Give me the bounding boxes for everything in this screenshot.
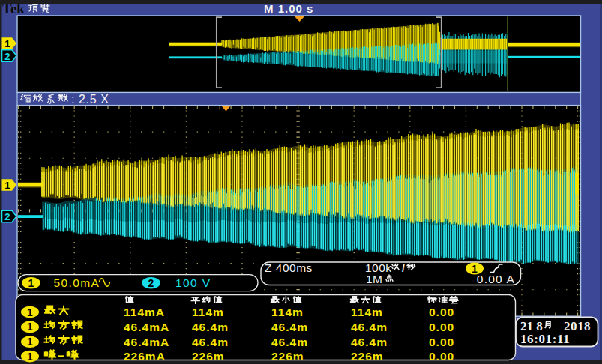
svg-text:Z 400ms: Z 400ms: [265, 261, 313, 274]
svg-text:2: 2: [4, 211, 10, 222]
svg-text:226mA: 226mA: [124, 350, 166, 363]
svg-text:Tek: Tek: [2, 1, 25, 16]
svg-text:1: 1: [27, 321, 33, 333]
svg-text:46.4m: 46.4m: [351, 336, 388, 348]
svg-text:: 2.5 X: : 2.5 X: [71, 93, 109, 106]
svg-text:0.00: 0.00: [429, 306, 454, 318]
svg-text:226m: 226m: [351, 350, 384, 363]
svg-text:100 V: 100 V: [175, 276, 211, 289]
svg-text:0.00 A: 0.00 A: [477, 273, 515, 285]
svg-text:0.00: 0.00: [429, 321, 454, 333]
svg-text:46.4m: 46.4m: [192, 321, 229, 333]
svg-text:1: 1: [4, 38, 10, 49]
svg-text:2: 2: [4, 51, 10, 62]
svg-text:16:01:11: 16:01:11: [520, 332, 570, 346]
svg-text:226m: 226m: [271, 350, 304, 363]
svg-text:1: 1: [27, 306, 33, 318]
svg-text:46.4m: 46.4m: [271, 321, 308, 333]
svg-text:114m: 114m: [351, 306, 383, 318]
svg-text:46.4m: 46.4m: [271, 336, 308, 348]
svg-text:1: 1: [27, 336, 33, 348]
svg-text:2: 2: [148, 277, 154, 289]
svg-text:1M: 1M: [366, 273, 383, 285]
svg-text:114m: 114m: [192, 306, 224, 318]
svg-text:1: 1: [4, 180, 10, 191]
svg-text:46.4mA: 46.4mA: [124, 336, 169, 348]
svg-text:50.0mA: 50.0mA: [54, 276, 100, 289]
svg-text:226m: 226m: [192, 350, 225, 363]
svg-text:46.4m: 46.4m: [192, 336, 229, 348]
svg-text:46.4mA: 46.4mA: [124, 321, 169, 333]
svg-text:1: 1: [28, 277, 34, 289]
svg-text:114mA: 114mA: [124, 306, 165, 318]
svg-text:0.00: 0.00: [429, 336, 454, 348]
svg-text:0.00: 0.00: [429, 350, 454, 363]
svg-text:114m: 114m: [271, 306, 304, 318]
svg-text:M 1.00 s: M 1.00 s: [264, 2, 313, 15]
svg-text:1: 1: [27, 351, 33, 363]
svg-text:/: /: [402, 262, 405, 274]
svg-text:46.4m: 46.4m: [351, 321, 388, 333]
